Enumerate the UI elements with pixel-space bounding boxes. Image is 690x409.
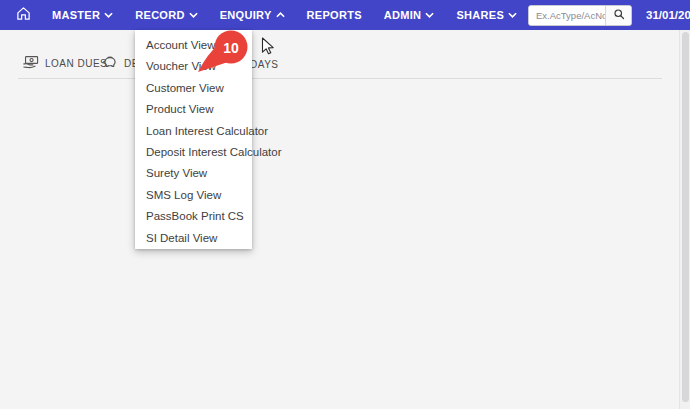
working-date: 31/01/2026 xyxy=(646,9,690,21)
home-icon xyxy=(16,6,31,25)
piggy-bank-icon xyxy=(102,55,118,71)
home-button[interactable] xyxy=(16,6,31,25)
menu-item-loan-interest-calculator[interactable]: Loan Interest Calculator xyxy=(135,121,252,142)
menu-item-surety-view[interactable]: Surety View xyxy=(135,163,252,184)
menu-item-voucher-view[interactable]: Voucher View xyxy=(135,56,252,77)
chevron-down-icon xyxy=(104,12,113,18)
menu-item-account-view[interactable]: Account View xyxy=(135,35,252,56)
chevron-down-icon xyxy=(508,12,517,18)
navbar-right-group: 31/01/2026 HEAD OFFICE -[1] TENi xyxy=(528,4,690,26)
nav-item-admin[interactable]: ADMIN xyxy=(373,0,446,30)
nav-item-label: SHARES xyxy=(456,9,504,21)
nav-item-master[interactable]: MASTER xyxy=(41,0,124,30)
account-search-box xyxy=(528,5,632,26)
top-navbar: MASTER RECORD ENQUIRY REPORTS ADMIN SHAR… xyxy=(0,0,690,30)
menu-item-customer-view[interactable]: Customer View xyxy=(135,78,252,99)
loan-dues-label: LOAN DUES xyxy=(45,58,107,69)
chevron-down-icon xyxy=(189,12,198,18)
loan-dues-link[interactable]: LOAN DUES xyxy=(22,55,107,71)
nav-item-reports[interactable]: REPORTS xyxy=(296,0,373,30)
nav-item-label: ADMIN xyxy=(384,9,422,21)
vertical-scrollbar[interactable] xyxy=(679,30,690,409)
menu-item-sms-log-view[interactable]: SMS Log View xyxy=(135,185,252,206)
cash-hand-icon xyxy=(22,55,39,71)
nav-item-label: ENQUIRY xyxy=(220,9,272,21)
nav-item-label: RECORD xyxy=(135,9,184,21)
enquiry-dropdown-menu: Account View Voucher View Customer View … xyxy=(135,30,252,249)
menu-item-deposit-interest-calculator[interactable]: Deposit Interest Calculator xyxy=(135,142,252,163)
menu-item-product-view[interactable]: Product View xyxy=(135,99,252,120)
nav-item-enquiry[interactable]: ENQUIRY xyxy=(209,0,296,30)
chevron-down-icon xyxy=(425,12,434,18)
chevron-up-icon xyxy=(276,12,285,18)
search-input[interactable] xyxy=(529,6,605,25)
deposit-label-fragment-right: DAYS xyxy=(250,59,279,70)
nav-item-label: MASTER xyxy=(52,9,100,21)
scrollbar-thumb[interactable] xyxy=(682,32,689,402)
nav-item-shares[interactable]: SHARES xyxy=(445,0,528,30)
menu-item-passbook-print-cs[interactable]: PassBook Print CS xyxy=(135,206,252,227)
search-button[interactable] xyxy=(605,6,631,25)
nav-item-record[interactable]: RECORD xyxy=(124,0,208,30)
toolbar-divider xyxy=(18,78,662,79)
quick-links-toolbar: LOAN DUES DEPO DAYS xyxy=(0,30,690,78)
search-icon xyxy=(613,6,625,24)
nav-item-label: REPORTS xyxy=(307,9,362,21)
menu-item-si-detail-view[interactable]: SI Detail View xyxy=(135,228,252,249)
